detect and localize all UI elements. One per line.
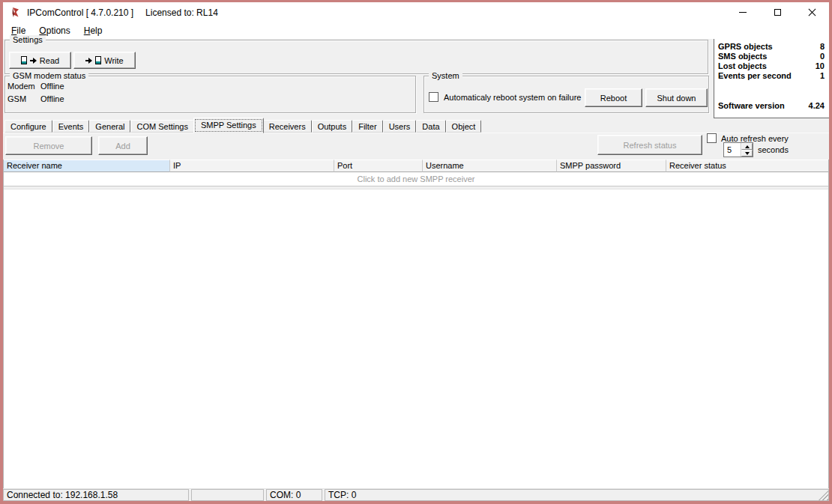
refresh-interval-value[interactable]: 5 — [724, 143, 741, 157]
software-version-value: 4.24 — [809, 101, 825, 111]
gsm-label: GSM — [7, 94, 40, 103]
tab-data[interactable]: Data — [416, 120, 445, 133]
stat-events-per-second: Events per second1 — [714, 71, 829, 81]
software-version-row: Software version4.24 — [714, 101, 829, 111]
tabstrip: Configure Events General COM Settings SM… — [3, 119, 829, 133]
reboot-button-label: Reboot — [600, 94, 627, 103]
stats-panel: GPRS objects8 SMS objects0 Lost objects1… — [714, 39, 829, 118]
status-connected: Connected to: 192.168.1.58 — [3, 489, 189, 501]
tab-general[interactable]: General — [89, 120, 130, 133]
grid-empty-area — [4, 189, 828, 488]
add-button[interactable]: Add — [98, 136, 148, 155]
auto-refresh-checkbox[interactable] — [707, 133, 717, 143]
shutdown-button[interactable]: Shut down — [645, 88, 708, 107]
add-receiver-row[interactable]: Click to add new SMPP receiver — [4, 172, 828, 186]
stat-lost-objects: Lost objects10 — [714, 61, 829, 71]
spin-down-button[interactable] — [741, 150, 753, 157]
minimize-icon — [739, 12, 747, 13]
arrow-up-icon — [745, 145, 750, 148]
status-com: COM: 0 — [266, 489, 322, 501]
add-button-label: Add — [115, 142, 130, 151]
minimize-button[interactable] — [726, 2, 760, 22]
modem-status-row: Modem Offline — [7, 82, 64, 91]
modem-label: Modem — [7, 82, 40, 91]
close-icon — [808, 8, 816, 16]
maximize-button[interactable] — [760, 2, 795, 22]
write-button-label: Write — [104, 56, 123, 65]
refresh-status-button[interactable]: Refresh status — [597, 135, 702, 155]
tab-filter[interactable]: Filter — [352, 120, 382, 133]
tab-com-settings[interactable]: COM Settings — [130, 120, 193, 133]
menu-help[interactable]: Help — [77, 24, 109, 37]
arrow-right-icon — [85, 58, 92, 64]
spinner-buttons — [741, 143, 753, 157]
receivers-grid: Receiver name IP Port Username SMPP pass… — [3, 160, 829, 488]
refresh-interval-spinner: 5 — [723, 142, 753, 157]
licensed-to-text: Licensed to: RL14 — [145, 7, 218, 18]
seconds-label: seconds — [758, 145, 789, 154]
statusbar: Connected to: 192.168.1.58 COM: 0 TCP: 0 — [3, 488, 829, 501]
device-icon — [95, 56, 101, 64]
tab-receivers[interactable]: Receivers — [263, 120, 312, 133]
read-button-label: Read — [40, 56, 59, 65]
window-title: IPComControl [ 4.7.0.210 ] — [27, 7, 133, 18]
auto-refresh-label[interactable]: Auto refresh every — [721, 134, 789, 143]
close-button[interactable] — [795, 2, 829, 22]
tab-users[interactable]: Users — [383, 120, 417, 133]
gsm-status-row: GSM Offline — [7, 94, 64, 103]
remove-button-label: Remove — [34, 142, 64, 151]
write-button[interactable]: Write — [73, 52, 136, 69]
app-icon[interactable] — [10, 7, 20, 18]
window-controls — [726, 2, 829, 22]
maximize-icon — [774, 9, 781, 16]
system-group-label: System — [429, 71, 462, 80]
menubar: File Options Help — [3, 22, 829, 39]
status-tcp: TCP: 0 — [325, 489, 829, 501]
auto-reboot-label[interactable]: Automaticaly reboot system on failure — [444, 93, 581, 102]
auto-reboot-checkbox[interactable] — [429, 92, 438, 102]
stat-value: 8 — [820, 42, 825, 52]
app-window: IPComControl [ 4.7.0.210 ] Licensed to: … — [0, 0, 832, 504]
refresh-status-label: Refresh status — [624, 141, 677, 150]
shutdown-button-label: Shut down — [657, 94, 696, 103]
spin-up-button[interactable] — [741, 143, 753, 150]
arrow-right-icon — [30, 58, 37, 64]
read-button[interactable]: Read — [9, 52, 71, 69]
gsm-group-label: GSM modem status — [10, 71, 88, 80]
column-header-receiver-status[interactable]: Receiver status — [666, 160, 828, 172]
tab-configure[interactable]: Configure — [4, 120, 52, 133]
arrow-down-icon — [745, 152, 750, 155]
device-icon — [21, 56, 27, 64]
tab-object[interactable]: Object — [446, 120, 482, 133]
stat-sms-objects: SMS objects0 — [714, 52, 829, 61]
resize-grip[interactable] — [819, 491, 828, 500]
auto-reboot-check-group: Automaticaly reboot system on failure — [429, 92, 581, 102]
grid-header: Receiver name IP Port Username SMPP pass… — [4, 160, 828, 172]
stat-value: 0 — [820, 52, 825, 61]
column-header-username[interactable]: Username — [423, 160, 557, 172]
settings-group-label: Settings — [10, 35, 46, 44]
remove-button[interactable]: Remove — [5, 136, 92, 155]
tab-events[interactable]: Events — [52, 120, 90, 133]
stat-gprs-objects: GPRS objects8 — [714, 42, 829, 52]
modem-status-value: Offline — [40, 82, 64, 91]
column-header-port[interactable]: Port — [334, 160, 423, 172]
column-header-ip[interactable]: IP — [170, 160, 334, 172]
column-header-receiver-name[interactable]: Receiver name — [4, 160, 170, 172]
column-header-smpp-password[interactable]: SMPP password — [557, 160, 666, 172]
reboot-button[interactable]: Reboot — [585, 88, 642, 107]
status-panel-empty — [191, 489, 264, 501]
client-area: Settings Read Write GSM modem status Mod… — [3, 39, 829, 501]
tab-outputs[interactable]: Outputs — [312, 120, 353, 133]
gsm-status-groupbox: GSM modem status — [4, 76, 416, 113]
stat-value: 10 — [816, 61, 825, 71]
gsm-status-value: Offline — [40, 94, 64, 103]
stat-value: 1 — [820, 71, 825, 81]
titlebar: IPComControl [ 4.7.0.210 ] Licensed to: … — [3, 2, 829, 22]
tab-smpp-settings[interactable]: SMPP Settings — [193, 118, 264, 133]
